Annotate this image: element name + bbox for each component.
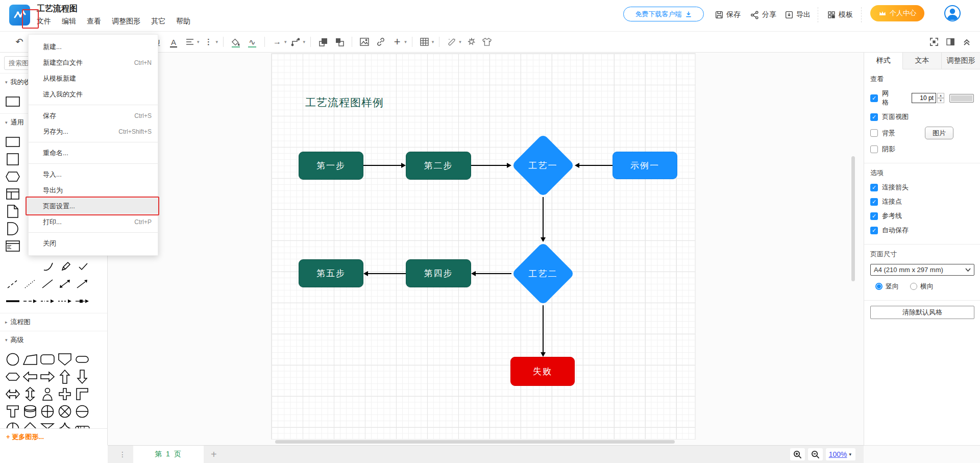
add-page-button[interactable]: + bbox=[211, 449, 217, 460]
menu-2[interactable]: 查看 bbox=[87, 17, 101, 26]
edge-step4-step5[interactable] bbox=[368, 273, 406, 274]
magic-wand-button[interactable] bbox=[445, 35, 458, 48]
connector-caret-icon[interactable]: ▾ bbox=[303, 39, 306, 44]
collapse-toolbar-icon[interactable] bbox=[960, 35, 973, 48]
page-view-checkbox[interactable]: ✓ bbox=[870, 113, 878, 121]
shape-cylinder-icon[interactable] bbox=[21, 403, 39, 420]
file-menu-item[interactable]: 重命名... bbox=[29, 145, 158, 161]
zoom-level-dropdown[interactable]: 100% ▾ bbox=[826, 448, 855, 460]
shape-cross-icon[interactable] bbox=[56, 385, 74, 403]
vertical-scrollbar[interactable] bbox=[851, 156, 855, 281]
menu-0[interactable]: 文件 bbox=[37, 17, 51, 26]
template-button[interactable]: 模板 bbox=[827, 8, 853, 21]
node-fail[interactable]: 失败 bbox=[510, 357, 575, 386]
align-caret-icon[interactable]: ▾ bbox=[197, 39, 200, 44]
page-tab-1[interactable]: 第 1 页 bbox=[133, 446, 204, 463]
edge-example1-process1[interactable] bbox=[579, 165, 612, 166]
arrow-style-caret-icon[interactable]: ▾ bbox=[284, 39, 287, 44]
export-button[interactable]: 导出 bbox=[785, 8, 811, 21]
page-size-select[interactable]: A4 (210 mm x 297 mm) bbox=[870, 264, 974, 276]
shape-pencil-icon[interactable] bbox=[57, 258, 75, 275]
sidebar-section-flowchart[interactable]: ▸ 流程图 bbox=[0, 313, 107, 331]
shape-curve-icon[interactable] bbox=[40, 258, 57, 275]
node-step4[interactable]: 第四步 bbox=[406, 259, 471, 287]
horizontal-scrollbar[interactable] bbox=[275, 440, 675, 444]
sidebar-section-advanced[interactable]: ▾ 高级 bbox=[0, 331, 107, 349]
font-color-button[interactable]: A bbox=[167, 35, 180, 48]
clear-default-style-button[interactable]: 清除默认风格 bbox=[870, 306, 974, 319]
shape-arrow-up-icon[interactable] bbox=[56, 368, 74, 385]
drawing-canvas[interactable]: 工艺流程图样例 第一步 第二步 工艺一 示例一 第五步 第四步 工艺二 失败 bbox=[108, 53, 864, 445]
insert-link-button[interactable] bbox=[374, 35, 387, 48]
shape-shield-icon[interactable] bbox=[56, 351, 74, 368]
node-step2[interactable]: 第二步 bbox=[406, 152, 471, 180]
edge-process1-process2[interactable] bbox=[543, 197, 544, 238]
shape-tee-icon[interactable] bbox=[4, 403, 21, 420]
option-checkbox[interactable]: ✓ bbox=[870, 212, 878, 220]
send-to-back-button[interactable] bbox=[333, 35, 346, 48]
option-checkbox[interactable]: ✓ bbox=[870, 198, 878, 206]
save-button[interactable]: 保存 bbox=[715, 8, 741, 21]
shape-browser-window-icon[interactable] bbox=[4, 237, 21, 255]
tab-text[interactable]: 文本 bbox=[903, 53, 942, 69]
shape-dotted-line-icon[interactable] bbox=[21, 275, 39, 293]
tab-style[interactable]: 样式 bbox=[864, 53, 903, 69]
file-menu-item[interactable]: 另存为...Ctrl+Shift+S bbox=[29, 124, 158, 139]
background-image-button[interactable]: 图片 bbox=[925, 127, 953, 139]
shape-table-icon[interactable] bbox=[4, 185, 21, 203]
bring-to-front-button[interactable] bbox=[316, 35, 330, 48]
insert-caret-icon[interactable]: ▾ bbox=[404, 39, 407, 44]
node-step5[interactable]: 第五步 bbox=[299, 259, 363, 287]
portrait-radio[interactable] bbox=[875, 283, 883, 290]
menu-1[interactable]: 编辑 bbox=[62, 17, 76, 26]
shape-circle-cross-icon[interactable] bbox=[56, 403, 74, 420]
shape-hexagon-pill-icon[interactable] bbox=[4, 368, 21, 385]
table-button[interactable] bbox=[418, 35, 431, 48]
shadow-checkbox[interactable] bbox=[870, 145, 878, 153]
node-process1[interactable]: 工艺一 bbox=[511, 134, 575, 197]
style-wand-button[interactable] bbox=[464, 35, 477, 48]
shape-dash-dash-arrow-icon[interactable] bbox=[56, 293, 74, 310]
shape-double-arrow-line-icon[interactable] bbox=[56, 275, 74, 293]
file-menu-item[interactable]: 打印...Ctrl+P bbox=[29, 214, 158, 230]
shape-rectangle-icon[interactable] bbox=[4, 93, 21, 110]
node-step1[interactable]: 第一步 bbox=[299, 152, 363, 180]
user-avatar[interactable] bbox=[944, 5, 961, 21]
shape-dash-arrow-icon[interactable] bbox=[21, 293, 39, 310]
page-grid[interactable] bbox=[271, 53, 696, 440]
insert-image-button[interactable] bbox=[358, 35, 371, 48]
grid-color-swatch[interactable] bbox=[949, 94, 974, 103]
shape-corner-icon[interactable] bbox=[74, 385, 91, 403]
zoom-in-button[interactable] bbox=[790, 448, 805, 460]
stepper-down-icon[interactable]: ▼ bbox=[937, 98, 944, 103]
shape-half-circle-icon[interactable] bbox=[4, 220, 21, 237]
file-menu-item[interactable]: 关闭 bbox=[29, 235, 158, 251]
shape-square-icon[interactable] bbox=[4, 151, 21, 168]
connector-style-button[interactable] bbox=[289, 35, 303, 48]
node-example1[interactable]: 示例一 bbox=[612, 152, 677, 179]
shape-check-icon[interactable] bbox=[75, 258, 92, 275]
shape-circle-plus-icon[interactable] bbox=[39, 403, 56, 420]
shape-dashed-line-icon[interactable] bbox=[4, 275, 21, 293]
pages-menu-icon[interactable]: ⋮ bbox=[119, 450, 126, 458]
more-text-options-button[interactable]: ⋮ bbox=[202, 35, 215, 48]
document-title[interactable]: 工艺流程图 bbox=[37, 3, 190, 14]
menu-4[interactable]: 其它 bbox=[151, 17, 165, 26]
personal-center-button[interactable]: 个人中心 bbox=[870, 5, 924, 21]
shape-arrow-up-down-icon[interactable] bbox=[21, 385, 39, 403]
shape-arrow-line-icon[interactable] bbox=[74, 275, 91, 293]
download-client-button[interactable]: 免费下载客户端 bbox=[623, 7, 704, 21]
landscape-radio[interactable] bbox=[910, 283, 917, 290]
shape-box-arrow-icon[interactable] bbox=[74, 293, 91, 310]
zoom-out-button[interactable] bbox=[808, 448, 823, 460]
file-menu-item[interactable]: 新建... bbox=[29, 39, 158, 55]
theme-clothes-button[interactable] bbox=[480, 35, 494, 48]
undo-button[interactable]: ↶ bbox=[13, 35, 26, 48]
file-menu-item[interactable]: 从模板新建 bbox=[29, 70, 158, 86]
menu-3[interactable]: 调整图形 bbox=[112, 17, 140, 26]
shape-dash-dot-arrow-icon[interactable] bbox=[39, 293, 56, 310]
fullscreen-icon[interactable] bbox=[927, 35, 941, 48]
edge-step1-step2[interactable] bbox=[363, 165, 402, 166]
node-process2[interactable]: 工艺二 bbox=[511, 242, 575, 305]
tab-arrange[interactable]: 调整图形 bbox=[942, 53, 980, 69]
